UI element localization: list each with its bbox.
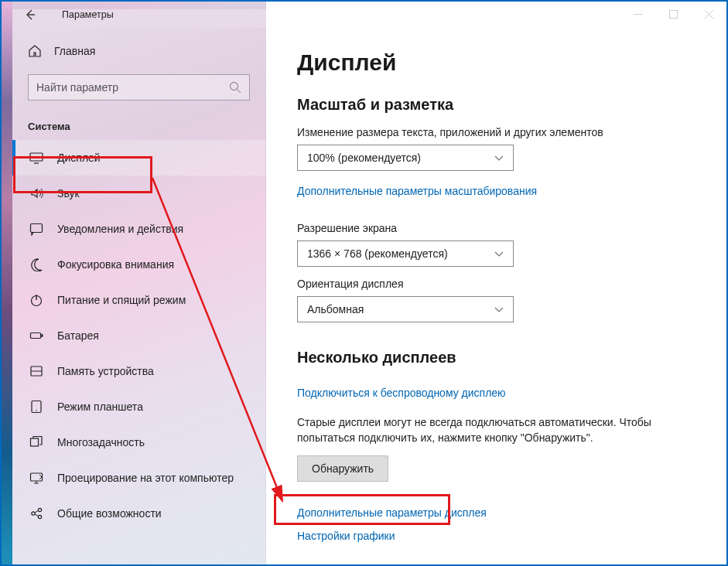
resolution-label: Разрешение экрана: [297, 222, 696, 234]
sidebar-item-label: Режим планшета: [57, 401, 143, 413]
desktop-wallpaper-strip: [2, 2, 12, 564]
scale-heading: Масштаб и разметка: [297, 96, 696, 114]
svg-point-8: [36, 410, 37, 411]
orientation-value: Альбомная: [307, 303, 364, 315]
sidebar-item-label: Уведомления и действия: [57, 223, 183, 235]
scale-select[interactable]: 100% (рекомендуется): [297, 145, 514, 171]
close-button[interactable]: [691, 2, 726, 26]
sidebar-item-label: Общие возможности: [57, 507, 162, 520]
sidebar-item-battery[interactable]: Батарея: [12, 318, 265, 353]
back-button[interactable]: [12, 2, 48, 28]
content-panel: Дисплей Масштаб и разметка Изменение раз…: [266, 28, 726, 564]
sidebar-item-project[interactable]: Проецирование на этот компьютер: [12, 460, 265, 496]
svg-rect-10: [31, 473, 43, 481]
minimize-button[interactable]: [620, 2, 655, 26]
tablet-icon: [29, 400, 43, 414]
sidebar-panel: Главная Система ДисплейЗвукУведомления и…: [12, 28, 266, 564]
graphics-settings-link[interactable]: Настройки графики: [297, 530, 696, 542]
power-icon: [29, 293, 43, 307]
sidebar-item-label: Проецирование на этот компьютер: [57, 472, 234, 484]
home-label: Главная: [54, 45, 95, 57]
sidebar-item-label: Питание и спящий режим: [57, 294, 186, 306]
chevron-down-icon: [494, 249, 504, 258]
sidebar-item-focus[interactable]: Фокусировка внимания: [12, 247, 265, 282]
sidebar-item-power[interactable]: Питание и спящий режим: [12, 282, 265, 318]
connect-wireless-link[interactable]: Подключиться к беспроводному дисплею: [297, 387, 506, 399]
arrow-left-icon: [24, 9, 36, 21]
svg-rect-3: [31, 224, 43, 233]
moon-icon: [29, 257, 43, 271]
window-title: Параметры: [62, 9, 114, 20]
home-link[interactable]: Главная: [12, 36, 265, 66]
multitask-icon: [29, 435, 43, 449]
sidebar-item-label: Память устройства: [57, 365, 154, 377]
resolution-value: 1366 × 768 (рекомендуется): [307, 247, 448, 260]
multi-displays-heading: Несколько дисплеев: [297, 349, 696, 367]
search-input-wrap[interactable]: [28, 74, 250, 101]
chevron-down-icon: [494, 305, 504, 314]
chevron-down-icon: [494, 153, 504, 162]
sidebar-item-sound[interactable]: Звук: [12, 176, 265, 211]
advanced-scale-link[interactable]: Дополнительные параметры масштабирования: [297, 185, 537, 197]
svg-point-12: [38, 508, 41, 511]
sidebar-item-storage[interactable]: Память устройства: [12, 353, 265, 389]
sidebar-item-label: Дисплей: [57, 152, 101, 164]
advanced-display-link[interactable]: Дополнительные параметры дисплея: [297, 506, 696, 519]
svg-point-1: [231, 83, 238, 90]
search-input[interactable]: [36, 81, 229, 94]
svg-point-13: [38, 515, 41, 518]
svg-rect-2: [30, 153, 43, 161]
sidebar-item-label: Звук: [57, 187, 80, 199]
page-title: Дисплей: [297, 49, 696, 76]
scale-value: 100% (рекомендуется): [307, 152, 421, 164]
sound-icon: [29, 186, 43, 200]
close-icon: [705, 10, 713, 19]
svg-rect-5: [31, 333, 41, 339]
scale-label: Изменение размера текста, приложений и д…: [297, 126, 696, 138]
maximize-button[interactable]: [655, 2, 691, 26]
storage-icon: [29, 364, 43, 378]
sidebar-item-multitask[interactable]: Многозадачность: [12, 424, 265, 460]
monitor-icon: [29, 151, 43, 165]
minimize-icon: [634, 10, 642, 19]
orientation-select[interactable]: Альбомная: [297, 296, 514, 322]
resolution-select[interactable]: 1366 × 768 (рекомендуется): [297, 240, 514, 267]
detect-button[interactable]: Обнаружить: [297, 455, 388, 482]
shared-icon: [29, 506, 43, 520]
sidebar-item-shared[interactable]: Общие возможности: [12, 496, 265, 531]
sidebar-item-label: Фокусировка внимания: [57, 258, 174, 271]
svg-rect-0: [669, 10, 677, 18]
project-icon: [29, 471, 43, 485]
sidebar-item-label: Многозадачность: [57, 436, 145, 448]
svg-rect-9: [31, 438, 39, 446]
orientation-label: Ориентация дисплея: [297, 278, 696, 290]
home-icon: [28, 44, 42, 58]
nav-list: ДисплейЗвукУведомления и действияФокусир…: [12, 140, 265, 531]
battery-icon: [29, 329, 43, 343]
titlebar: Параметры: [12, 2, 726, 28]
legacy-displays-text: Старые дисплеи могут не всегда подключат…: [297, 414, 696, 446]
sidebar-item-notify[interactable]: Уведомления и действия: [12, 211, 265, 247]
category-label: Система: [12, 101, 265, 140]
chat-icon: [29, 222, 43, 236]
sidebar-item-label: Батарея: [57, 329, 99, 342]
sidebar-item-tablet[interactable]: Режим планшета: [12, 389, 265, 424]
sidebar-item-display[interactable]: Дисплей: [12, 140, 265, 176]
maximize-icon: [669, 10, 678, 19]
search-icon: [229, 81, 241, 94]
svg-point-11: [32, 512, 35, 515]
